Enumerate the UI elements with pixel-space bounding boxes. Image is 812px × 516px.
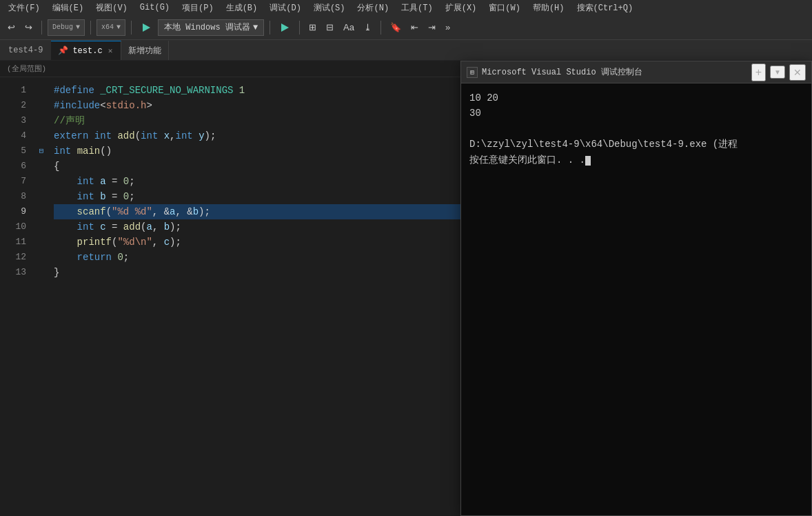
terminal-dropdown-button[interactable]: ▼ — [770, 66, 785, 79]
ln-8: 8 — [0, 189, 34, 204]
terminal-body[interactable]: 10 20 30 D:\zzyl\zyl\test4-9\x64\Debug\t… — [461, 83, 811, 515]
gutter-5[interactable]: ⊟ — [34, 143, 48, 159]
punct-7b: ; — [129, 174, 134, 189]
terminal-output-2: 30 — [469, 106, 803, 121]
punct-8a: = — [112, 189, 117, 204]
ln-7: 7 — [0, 174, 34, 189]
menu-file[interactable]: 文件(F) — [3, 1, 45, 15]
svg-marker-1 — [281, 23, 289, 32]
tab-testc[interactable]: 📌 test.c ✕ — [51, 41, 121, 60]
punct-9b: , — [152, 204, 158, 219]
func-printf: printf — [77, 235, 112, 250]
undo-button[interactable]: ↩ — [4, 20, 19, 34]
platform-dropdown[interactable]: x64 ▼ — [97, 19, 125, 36]
kw-define: #define — [54, 83, 94, 98]
punct-4a: ( — [135, 128, 141, 143]
tab-newfeature[interactable]: 新增功能 — [121, 41, 169, 60]
var-b2: b — [193, 204, 199, 219]
toolbar-separator-6 — [380, 21, 381, 34]
menu-analyze[interactable]: 分析(N) — [352, 1, 394, 15]
gutter-9 — [34, 204, 48, 219]
ln-9: 9 — [0, 204, 34, 219]
svg-marker-0 — [143, 23, 150, 32]
code-gutter: ⊟ — [34, 77, 48, 516]
var-y: y — [199, 128, 204, 143]
var-b3: b — [164, 219, 170, 235]
num-1: 1 — [239, 83, 245, 98]
menu-view[interactable]: 视图(V) — [90, 1, 133, 15]
debug-target-dropdown[interactable]: 本地 Windows 调试器 ▼ — [158, 19, 264, 36]
toolbar-icon-7[interactable]: ⇥ — [425, 20, 439, 34]
terminal-output-1: 10 20 — [469, 90, 803, 106]
ln-10: 10 — [0, 219, 34, 235]
toolbar-icon-1[interactable]: ⊞ — [305, 20, 320, 34]
punct-11c: ); — [170, 235, 181, 250]
config-dropdown[interactable]: Debug ▼ — [48, 19, 85, 36]
punct-10b: ( — [141, 219, 146, 235]
toolbar-separator-2 — [90, 21, 91, 34]
terminal-output-5: 按任意键关闭此窗口. . . — [469, 152, 803, 168]
var-x: x — [164, 128, 170, 143]
toolbar-separator-1 — [41, 21, 42, 34]
toolbar-icon-6[interactable]: ⇤ — [407, 20, 422, 34]
func-add-call: add — [123, 219, 141, 235]
ln-13: 13 — [0, 265, 34, 280]
terminal-header: ⊞ Microsoft Visual Studio 调试控制台 + ▼ ✕ — [461, 61, 811, 83]
debug-target-label: 本地 Windows 调试器 — [164, 21, 250, 33]
menu-edit[interactable]: 编辑(E) — [47, 1, 90, 15]
punct-9c: & — [164, 204, 170, 219]
play-button[interactable] — [137, 21, 155, 34]
var-a2: a — [170, 204, 175, 219]
toolbar-icon-8[interactable]: » — [442, 20, 454, 34]
menu-test[interactable]: 测试(S) — [308, 1, 351, 15]
terminal-output-4: D:\zzyl\zyl\test4-9\x64\Debug\test4-9.ex… — [469, 137, 803, 152]
tab-pin-icon: 📌 — [58, 46, 68, 56]
redo-button[interactable]: ↪ — [21, 20, 36, 34]
tab-testc-close[interactable]: ✕ — [107, 46, 114, 56]
toolbar-separator-5 — [299, 21, 300, 34]
kw-int-y: int — [176, 128, 193, 143]
gutter-2 — [34, 98, 48, 113]
toolbar-icon-2[interactable]: ⊟ — [323, 20, 337, 34]
menu-search[interactable]: 搜索(Ctrl+Q) — [571, 1, 639, 15]
menu-tools[interactable]: 工具(T) — [396, 1, 438, 15]
terminal-title-area: ⊞ Microsoft Visual Studio 调试控制台 — [467, 66, 747, 78]
gutter-10 — [34, 219, 48, 235]
config-arrow: ▼ — [76, 23, 80, 31]
terminal-close-button[interactable]: ✕ — [789, 64, 806, 81]
gutter-13 — [34, 265, 48, 280]
play2-button[interactable] — [276, 21, 294, 34]
terminal-add-button[interactable]: + — [751, 63, 766, 81]
num-12: 0 — [117, 250, 123, 265]
punct-11a: ( — [112, 235, 117, 250]
macro-crt: _CRT_SECURE_NO_WARNINGS — [100, 83, 233, 98]
ln-6: 6 — [0, 159, 34, 174]
punct-10d: ); — [170, 219, 181, 235]
gutter-1 — [34, 83, 48, 98]
punct-11b: , — [152, 235, 158, 250]
toolbar-icon-4[interactable]: ⤓ — [361, 20, 375, 34]
punct-7a: = — [112, 174, 117, 189]
menu-git[interactable]: Git(G) — [134, 1, 175, 14]
toolbar-icon-5[interactable]: 🔖 — [387, 20, 405, 34]
toolbar-icon-3[interactable]: Aa — [340, 20, 358, 34]
punct-12: ; — [123, 250, 129, 265]
punct-9e: & — [187, 204, 192, 219]
menu-debug[interactable]: 调试(D) — [264, 1, 307, 15]
line-numbers: 1 2 3 4 5 6 7 8 9 10 11 12 13 — [0, 77, 34, 516]
punct-4b: , — [170, 128, 175, 143]
gutter-3 — [34, 113, 48, 128]
kw-int-c: int — [77, 219, 94, 235]
terminal-title-text: Microsoft Visual Studio 调试控制台 — [482, 66, 642, 78]
tab-bar: test4-9 📌 test.c ✕ 新增功能 — [0, 40, 812, 61]
kw-int-4: int — [94, 128, 112, 143]
ln-12: 12 — [0, 250, 34, 265]
menu-project[interactable]: 项目(P) — [176, 1, 219, 15]
menu-build[interactable]: 生成(B) — [221, 1, 263, 15]
menu-help[interactable]: 帮助(H) — [527, 1, 570, 15]
tab-testc-label: test.c — [72, 46, 102, 56]
menu-window[interactable]: 窗口(W) — [483, 1, 526, 15]
main-area: (全局范围) 1 2 3 4 5 6 7 8 9 10 11 12 13 — [0, 61, 812, 516]
punct-angle: < — [100, 98, 105, 113]
menu-extensions[interactable]: 扩展(X) — [440, 1, 483, 15]
